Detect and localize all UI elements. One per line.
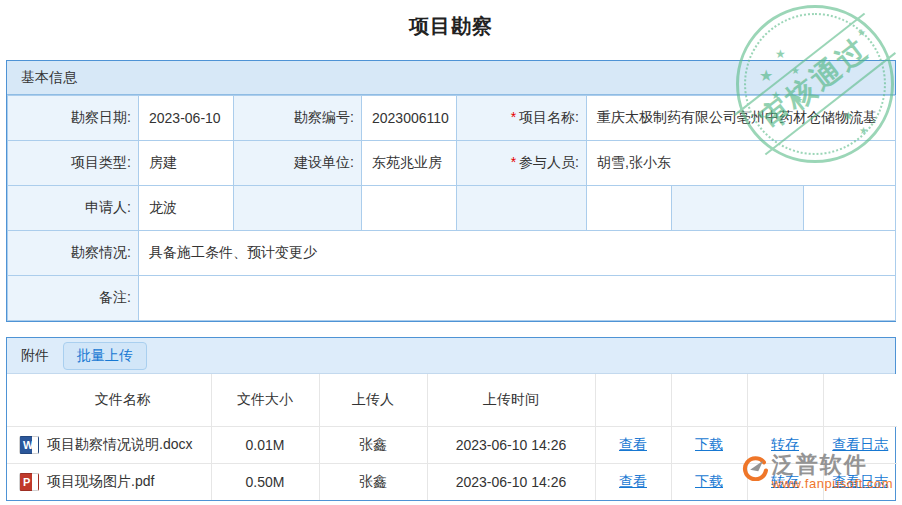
project-type-label: 项目类型: bbox=[8, 141, 139, 186]
column-action bbox=[671, 374, 747, 426]
transfer-link[interactable]: 转存 bbox=[771, 436, 799, 452]
download-link[interactable]: 下载 bbox=[695, 473, 723, 489]
column-uploader: 上传人 bbox=[319, 374, 427, 426]
page-title: 项目勘察 bbox=[0, 0, 902, 40]
file-row: P 项目现场图片.pdf 0.50M 张鑫 2023-06-10 14:26 查… bbox=[7, 463, 897, 500]
participants-label: *参与人员: bbox=[457, 141, 587, 186]
project-name-label: *项目名称: bbox=[457, 96, 587, 141]
view-log-link[interactable]: 查看日志 bbox=[832, 436, 888, 452]
star-icon: ★ bbox=[775, 48, 786, 60]
construction-unit-value: 东苑兆业房 bbox=[362, 141, 457, 186]
required-mark: * bbox=[511, 154, 516, 170]
download-link[interactable]: 下载 bbox=[695, 436, 723, 452]
file-size: 0.50M bbox=[211, 463, 319, 500]
column-upload-time: 上传时间 bbox=[427, 374, 595, 426]
view-link[interactable]: 查看 bbox=[619, 473, 647, 489]
attachments-header-row: 文件名称 文件大小 上传人 上传时间 bbox=[7, 374, 897, 426]
remark-label: 备注: bbox=[8, 276, 139, 321]
remark-value bbox=[139, 276, 896, 321]
file-upload-time: 2023-06-10 14:26 bbox=[427, 463, 595, 500]
file-uploader: 张鑫 bbox=[319, 463, 427, 500]
survey-date-label: 勘察日期: bbox=[8, 96, 139, 141]
basic-info-card: 基本信息 勘察日期: 2023-06-10 勘察编号: 2023006110 *… bbox=[6, 60, 896, 322]
attachments-card: 附件 批量上传 文件名称 文件大小 上传人 上传时间 W 项目勘察情况说明.do… bbox=[6, 337, 896, 501]
file-upload-time: 2023-06-10 14:26 bbox=[427, 426, 595, 463]
file-name: 项目勘察情况说明.docx bbox=[47, 436, 192, 454]
view-link[interactable]: 查看 bbox=[619, 436, 647, 452]
survey-no-label: 勘察编号: bbox=[234, 96, 362, 141]
file-name: 项目现场图片.pdf bbox=[47, 473, 154, 491]
file-row: W 项目勘察情况说明.docx 0.01M 张鑫 2023-06-10 14:2… bbox=[7, 426, 897, 463]
empty-value-cell bbox=[804, 186, 896, 231]
project-type-value: 房建 bbox=[139, 141, 234, 186]
applicant-value: 龙波 bbox=[139, 186, 234, 231]
applicant-label: 申请人: bbox=[8, 186, 139, 231]
column-action bbox=[595, 374, 671, 426]
table-row: 勘察日期: 2023-06-10 勘察编号: 2023006110 *项目名称:… bbox=[8, 96, 896, 141]
column-action bbox=[823, 374, 897, 426]
column-action bbox=[747, 374, 823, 426]
pdf-file-icon: P bbox=[19, 473, 39, 491]
file-name-cell: P 项目现场图片.pdf bbox=[7, 463, 211, 500]
table-row: 申请人: 龙波 bbox=[8, 186, 896, 231]
attachments-table: 文件名称 文件大小 上传人 上传时间 W 项目勘察情况说明.docx 0.01M… bbox=[7, 374, 897, 500]
construction-unit-label: 建设单位: bbox=[234, 141, 362, 186]
table-row: 项目类型: 房建 建设单位: 东苑兆业房 *参与人员: 胡雪,张小东 bbox=[8, 141, 896, 186]
empty-value-cell bbox=[362, 186, 457, 231]
batch-upload-button[interactable]: 批量上传 bbox=[63, 342, 147, 370]
project-name-value: 重庆太极制药有限公司亳州中药材仓储物流基 bbox=[587, 96, 896, 141]
required-mark: * bbox=[511, 109, 516, 125]
empty-label-cell bbox=[672, 186, 804, 231]
column-file-name: 文件名称 bbox=[7, 374, 211, 426]
empty-label-cell bbox=[234, 186, 362, 231]
empty-label-cell bbox=[457, 186, 587, 231]
survey-situation-value: 具备施工条件、预计变更少 bbox=[139, 231, 896, 276]
table-row: 备注: bbox=[8, 276, 896, 321]
survey-date-value: 2023-06-10 bbox=[139, 96, 234, 141]
basic-info-section-title: 基本信息 bbox=[7, 61, 895, 95]
survey-no-value: 2023006110 bbox=[362, 96, 457, 141]
empty-value-cell bbox=[587, 186, 672, 231]
file-size: 0.01M bbox=[211, 426, 319, 463]
view-log-link[interactable]: 查看日志 bbox=[832, 473, 888, 489]
participants-value: 胡雪,张小东 bbox=[587, 141, 896, 186]
column-file-size: 文件大小 bbox=[211, 374, 319, 426]
attachments-section-title: 附件 bbox=[21, 347, 49, 365]
word-file-icon: W bbox=[19, 436, 39, 454]
file-uploader: 张鑫 bbox=[319, 426, 427, 463]
survey-situation-label: 勘察情况: bbox=[8, 231, 139, 276]
transfer-link[interactable]: 转存 bbox=[771, 473, 799, 489]
attachments-header-bar: 附件 批量上传 bbox=[7, 338, 895, 374]
file-name-cell: W 项目勘察情况说明.docx bbox=[7, 426, 211, 463]
table-row: 勘察情况: 具备施工条件、预计变更少 bbox=[8, 231, 896, 276]
basic-info-table: 勘察日期: 2023-06-10 勘察编号: 2023006110 *项目名称:… bbox=[7, 95, 896, 321]
